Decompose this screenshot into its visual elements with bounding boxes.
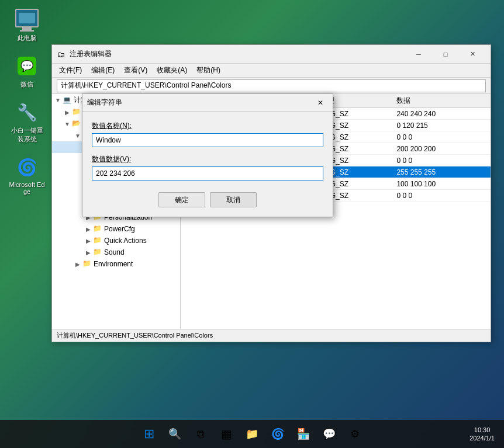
reg-value-cell: 240 240 240 [392,108,491,120]
reg-value-cell: 100 100 100 [392,178,491,190]
regedit-title: 注册表编辑器 [70,49,405,59]
reg-value-cell: 0 0 0 [392,190,491,202]
address-input[interactable] [57,79,486,92]
folder-icon-powercfg: 📁 [93,224,102,234]
data-label-text: 数值数据(V): [92,155,131,163]
data-field-label: 数值数据(V): [92,154,323,164]
expander-sound: ▶ [84,248,93,257]
dialog-buttons: 确定 取消 [92,192,323,207]
expander-hkcu: ▼ [63,119,72,129]
dialog-title: 编辑字符串 [87,98,313,107]
tree-item-powercfg[interactable]: ▶ 📁 PowerCfg [52,223,180,235]
mycomputer-icon [15,8,39,32]
desktop-icons-container: 此电脑 💬 微信 🔧 小白一键重装系统 🌀 Microsoft Edge [6,6,48,197]
expander-hkcr: ▶ [63,107,72,117]
monitor-graphic [15,9,39,27]
reg-value-cell: 200 200 200 [392,143,491,155]
expander-quickactions: ▶ [84,236,93,245]
desktop-icon-wechat[interactable]: 💬 微信 [6,52,48,91]
explorer-button[interactable]: 📁 [240,422,264,446]
widgets-icon: ▦ [219,427,233,441]
start-icon: ⊞ [142,427,156,441]
menu-view[interactable]: 查看(V) [119,64,152,77]
name-input[interactable] [92,133,323,147]
window-controls: ─ □ ✕ [405,45,486,64]
maximize-button[interactable]: □ [432,45,459,64]
tree-label-quickactions: Quick Actions [104,237,147,245]
wechat-icon: 💬 [15,54,39,78]
folder-icon-sound: 📁 [93,248,102,257]
time-display: 10:30 [470,426,495,434]
wechat-taskbar-button[interactable]: 💬 [317,422,341,446]
dialog-close-button[interactable]: ✕ [313,95,328,110]
search-button[interactable]: 🔍 [163,422,187,446]
tree-item-environment[interactable]: ▶ 📁 Environment [52,258,180,270]
folder-icon-environment: 📁 [82,259,92,269]
name-label-text: 数值名称(N): [92,121,132,130]
address-bar [52,78,491,94]
regedit-menubar: 文件(F) 编辑(E) 查看(V) 收藏夹(A) 帮助(H) [52,64,491,78]
settings-taskbar-button[interactable]: ⚙ [343,422,367,446]
tree-item-quickactions[interactable]: ▶ 📁 Quick Actions [52,235,180,246]
taskview-icon: ⧉ [194,427,208,441]
settings-taskbar-icon: ⚙ [348,427,362,441]
dialog-body: 数值名称(N): 数值数据(V): 确定 取消 [82,112,333,217]
widgets-button[interactable]: ▦ [215,422,238,446]
store-icon: 🏪 [296,427,310,441]
store-button[interactable]: 🏪 [292,422,315,446]
name-field-label: 数值名称(N): [92,121,323,131]
menu-file[interactable]: 文件(F) [54,64,87,77]
desktop-icon-mycomputer[interactable]: 此电脑 [6,6,48,45]
regedit-app-icon: 🗂 [57,50,66,59]
desktop-icon-edge[interactable]: 🌀 Microsoft Edge [6,153,48,197]
minimize-button[interactable]: ─ [405,45,432,64]
wechat-graphic: 💬 [18,57,36,75]
desktop: 此电脑 💬 微信 🔧 小白一键重装系统 🌀 Microsoft Edge 🗂 注… [0,0,504,448]
reg-value-cell: 0 120 215 [392,120,491,131]
edge-icon: 🌀 [15,155,39,179]
menu-edit[interactable]: 编辑(E) [87,64,119,77]
date-display: 2024/1/1 [470,434,495,442]
taskbar-center: ⊞ 🔍 ⧉ ▦ 📁 🌀 🏪 💬 ⚙ [137,422,367,446]
cancel-button[interactable]: 取消 [210,192,257,207]
tree-label-sound: Sound [104,248,125,256]
expander-controlpanel: ▼ [73,131,82,140]
desktop-icon-yijian[interactable]: 🔧 小白一键重装系统 [6,98,48,146]
yijian-label: 小白一键重装系统 [8,126,46,144]
taskview-button[interactable]: ⧉ [189,422,212,446]
mycomputer-label: 此电脑 [18,34,37,43]
wechat-taskbar-icon: 💬 [322,427,336,441]
close-button[interactable]: ✕ [459,45,486,64]
data-input[interactable] [92,166,323,180]
menu-help[interactable]: 帮助(H) [192,64,225,77]
folder-icon-computer: 💻 [63,96,72,105]
taskbar: ⊞ 🔍 ⧉ ▦ 📁 🌀 🏪 💬 ⚙ [0,420,504,448]
search-icon: 🔍 [168,427,182,441]
statusbar: 计算机\HKEY_CURRENT_USER\Control Panel\Colo… [52,329,491,342]
menu-favorites[interactable]: 收藏夹(A) [152,64,192,77]
folder-icon-hkcr: 📁 [72,107,81,117]
taskbar-time: 10:30 2024/1/1 [465,426,499,443]
tree-item-sound[interactable]: ▶ 📁 Sound [52,246,180,258]
ok-button[interactable]: 确定 [158,192,205,207]
edge-taskbar-button[interactable]: 🌀 [266,422,289,446]
start-button[interactable]: ⊞ [137,422,161,446]
dialog-titlebar: 编辑字符串 ✕ [82,94,333,112]
col-data-header: 数据 [392,94,491,108]
expander-environment: ▶ [73,259,82,269]
explorer-icon: 📁 [245,427,259,441]
yijian-icon: 🔧 [15,100,39,124]
reg-value-cell: 0 0 0 [392,131,491,143]
statusbar-text: 计算机\HKEY_CURRENT_USER\Control Panel\Colo… [57,331,213,340]
wechat-label: 微信 [20,80,33,89]
edge-taskbar-icon: 🌀 [271,427,285,441]
reg-value-cell: 255 255 255 [392,166,491,178]
edit-string-dialog: 编辑字符串 ✕ 数值名称(N): 数值数据(V): 确定 取消 [82,93,333,217]
expander-powercfg: ▶ [84,224,93,234]
folder-icon-hkcu: 📂 [72,119,81,129]
monitor-base [20,30,34,32]
taskbar-right: 10:30 2024/1/1 [465,426,499,443]
regedit-titlebar: 🗂 注册表编辑器 ─ □ ✕ [52,45,491,64]
tree-label-environment: Environment [94,260,133,268]
expander-computer: ▼ [53,96,63,105]
